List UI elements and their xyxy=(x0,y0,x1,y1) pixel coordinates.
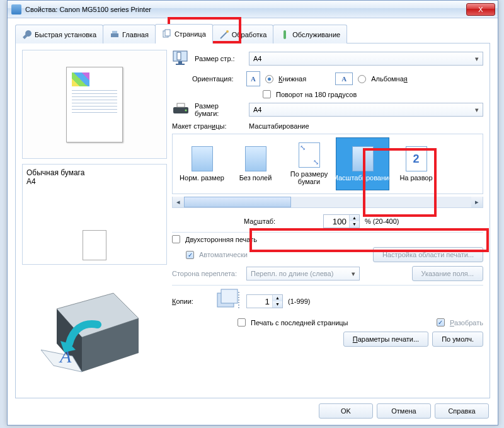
landscape-radio[interactable] xyxy=(358,75,366,83)
tab-label: Страница xyxy=(175,30,206,38)
svg-point-13 xyxy=(185,110,187,112)
cancel-button[interactable]: Отмена xyxy=(377,403,431,419)
print-area-button: Настройка области печати... xyxy=(373,247,483,262)
svg-rect-15 xyxy=(221,289,238,303)
copies-input[interactable] xyxy=(247,295,272,308)
tube-icon xyxy=(280,30,290,40)
tab-strip: Быстрая установка Главная Страница Обраб… xyxy=(15,25,490,43)
scroll-right-arrow[interactable]: ▸ xyxy=(471,197,483,207)
ok-button[interactable]: OK xyxy=(319,403,373,419)
svg-rect-10 xyxy=(176,64,185,65)
margin-button: Указание поля... xyxy=(412,266,483,281)
scale-spinner[interactable]: ▲▼ xyxy=(323,214,360,228)
tab-main[interactable]: Главная xyxy=(103,25,156,43)
portrait-icon: A xyxy=(246,71,260,86)
copies-spinner[interactable]: ▲▼ xyxy=(246,294,283,308)
from-last-label: Печать с последней страницы xyxy=(251,319,348,327)
layout-borderless[interactable]: Без полей xyxy=(229,137,282,190)
collate-checkbox xyxy=(437,318,445,327)
tab-label: Обработка xyxy=(232,31,266,38)
page-size-label: Размер стр.: xyxy=(195,55,244,62)
media-type: Обычная бумага xyxy=(26,168,163,177)
layout-fit[interactable]: ⤡⤡По размеру бумаги xyxy=(282,137,336,190)
copies-label: Копии: xyxy=(172,298,210,305)
media-size: A4 xyxy=(26,177,163,186)
collate-label: Разобрать xyxy=(450,319,483,327)
copies-range: (1-999) xyxy=(288,298,310,305)
layout-poster[interactable]: 2На развор xyxy=(389,137,443,190)
page-preview xyxy=(22,50,167,159)
tab-label: Главная xyxy=(122,31,149,38)
spin-down[interactable]: ▼ xyxy=(350,221,359,228)
layout-normal[interactable]: Норм. размер xyxy=(175,137,229,190)
svg-rect-1 xyxy=(112,31,117,33)
duplex-label[interactable]: Двухсторонняя печать xyxy=(185,236,257,243)
scroll-left-arrow[interactable]: ◂ xyxy=(173,197,184,207)
printer-icon xyxy=(110,30,120,40)
svg-rect-3 xyxy=(165,30,170,36)
scale-input[interactable] xyxy=(324,215,349,228)
tab-maintenance[interactable]: Обслуживание xyxy=(273,25,347,43)
wrench-icon xyxy=(22,30,32,40)
svg-rect-0 xyxy=(111,33,118,37)
portrait-label[interactable]: Книжная xyxy=(278,75,306,83)
tab-quick-setup[interactable]: Быстрая установка xyxy=(15,25,103,43)
page-panel: Обычная бумага A4 A xyxy=(15,43,490,398)
svg-rect-8 xyxy=(177,52,181,60)
auto-label: Автоматически xyxy=(199,251,248,258)
rotate180-checkbox[interactable] xyxy=(263,90,271,98)
layout-strip: Норм. размер Без полей ⤡⤡По размеру бума… xyxy=(172,134,483,194)
bind-side-combo: Перепл. по длине (слева) xyxy=(246,267,360,281)
scale-suffix: % (20-400) xyxy=(365,217,399,225)
page-size-combo[interactable]: A4 xyxy=(249,52,483,66)
bind-side-label: Сторона переплета: xyxy=(172,270,241,277)
spin-up[interactable]: ▲ xyxy=(273,295,282,301)
tab-label: Обслуживание xyxy=(292,31,340,38)
paper-size-combo[interactable]: A4 xyxy=(249,103,483,117)
portrait-radio[interactable] xyxy=(265,75,273,83)
pages-icon xyxy=(162,29,172,39)
window-title: Свойства: Canon MG5100 series Printer xyxy=(25,6,466,13)
layout-value: Масштабирование xyxy=(249,122,309,130)
printer-small-icon xyxy=(172,102,190,117)
tab-effects[interactable]: Обработка xyxy=(212,25,273,43)
preview-image-icon xyxy=(72,72,89,86)
auto-checkbox xyxy=(186,251,194,259)
paper-size-label: Размер бумаги: xyxy=(195,102,244,117)
tab-label: Быстрая установка xyxy=(35,31,96,38)
rotate180-label: Поворот на 180 градусов xyxy=(276,91,357,98)
printer-icon xyxy=(11,4,21,14)
scroll-thumb[interactable] xyxy=(184,197,291,207)
layout-label: Макет страницы: xyxy=(172,122,244,130)
spin-down[interactable]: ▼ xyxy=(273,301,282,308)
media-info-box: Обычная бумага A4 xyxy=(22,164,167,265)
landscape-icon: A xyxy=(335,72,353,85)
print-params-button[interactable]: Параметры печати... xyxy=(343,332,428,347)
spin-up[interactable]: ▲ xyxy=(350,215,359,221)
copies-icon xyxy=(215,288,241,315)
monitor-icon xyxy=(172,50,190,67)
printer-3d-icon: A xyxy=(38,284,151,378)
landscape-label[interactable]: Альбомная xyxy=(371,75,408,83)
orientation-label: Ориентация: xyxy=(192,75,241,83)
titlebar[interactable]: Свойства: Canon MG5100 series Printer X xyxy=(8,1,498,18)
sheet-thumbnail xyxy=(66,67,123,142)
tab-page[interactable]: Страница xyxy=(155,24,213,43)
close-button[interactable]: X xyxy=(466,3,495,16)
blank-sheet-icon xyxy=(83,230,106,260)
scale-label: Масштаб: xyxy=(244,217,288,225)
duplex-checkbox[interactable] xyxy=(172,235,180,243)
defaults-button[interactable]: По умолч. xyxy=(432,332,483,347)
printer-illustration: A xyxy=(22,270,167,391)
properties-dialog: Свойства: Canon MG5100 series Printer X … xyxy=(7,0,498,425)
from-last-checkbox[interactable] xyxy=(238,318,246,327)
help-button[interactable]: Справка xyxy=(435,403,489,419)
layout-scaled[interactable]: Масштабирование xyxy=(336,137,389,190)
svg-point-4 xyxy=(226,30,229,33)
layout-scrollbar[interactable]: ◂ ▸ xyxy=(172,197,483,208)
svg-rect-5 xyxy=(284,30,286,39)
wand-icon xyxy=(219,30,229,40)
svg-rect-9 xyxy=(178,61,182,64)
svg-rect-12 xyxy=(177,103,185,107)
